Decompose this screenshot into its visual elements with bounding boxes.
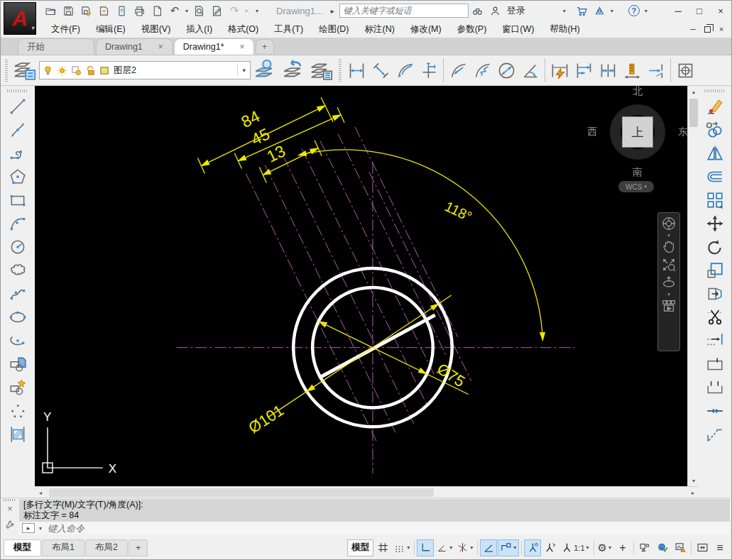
app-logo-button[interactable]: A▾ [4,2,36,35]
menu-dimension[interactable]: 标注(N) [357,21,403,38]
chevron-down-icon[interactable]: ▾ [513,544,517,551]
grid-toggle[interactable] [374,539,391,556]
horizontal-scrollbar[interactable]: ◂ ▸ [35,486,699,498]
command-history[interactable]: [多行文字(M)/文字(T)/角度(A)]:标注文字 = 84 [19,499,730,522]
new-layout-button[interactable]: + [129,539,148,556]
dim-aligned-button[interactable] [368,57,393,83]
command-close-button[interactable]: × [7,503,13,514]
graphics-performance-button[interactable] [654,539,671,556]
dim-diameter-button[interactable] [494,57,518,83]
redo-button[interactable]: ↷ [226,3,243,18]
annotation-visibility-toggle[interactable] [524,539,541,556]
command-input[interactable] [46,522,730,534]
dim-center-mark-button[interactable] [673,57,697,83]
undo-dropdown[interactable]: ▾ [184,8,190,14]
doc-restore-button[interactable] [700,23,714,35]
annotation-scale-value[interactable]: 1:1 [574,544,584,552]
offset-tool[interactable] [703,165,727,188]
dim-space-button[interactable] [620,57,644,83]
chevron-down-icon[interactable]: ▾ [406,544,410,551]
annotation-autoscale-toggle[interactable] [542,539,559,556]
search-button[interactable] [469,3,486,18]
tab-start[interactable]: 开始 [18,38,94,55]
viewcube-east[interactable]: 东 [678,126,687,138]
scroll-right-arrow[interactable]: ▸ [687,487,699,498]
viewcube-south[interactable]: 南 [633,166,643,179]
command-customize-button[interactable] [5,520,15,532]
toolbar-grip[interactable] [4,58,9,82]
print-button[interactable] [131,3,148,18]
navigation-wheel-icon[interactable] [661,216,677,231]
dim-angular-button[interactable] [518,57,542,83]
layer-previous-button[interactable] [279,56,307,84]
chevron-down-icon[interactable]: ▾ [469,544,474,551]
qat-overflow-button[interactable]: ▾ [254,8,260,14]
trim-tool[interactable] [703,305,727,329]
menu-view[interactable]: 视图(V) [133,21,179,38]
export-button[interactable] [95,3,112,18]
scale-tool[interactable] [703,258,727,282]
dim-ordinate-button[interactable] [417,57,441,83]
annotation-monitor-button[interactable]: + [614,539,631,556]
search-input[interactable] [339,4,469,18]
dim-baseline-button[interactable] [572,57,596,83]
tab-drawing1-modified[interactable]: Drawing1*× [174,38,254,55]
help-button[interactable]: ? [626,3,643,18]
doc-close-button[interactable]: × [714,23,728,35]
make-layer-current-button[interactable] [251,56,279,84]
drawing-canvas[interactable]: 84 45 13 118° Ø101 Ø75 Y X [35,86,687,486]
tab-close-icon[interactable]: × [240,42,245,52]
rotate-tool[interactable] [703,235,727,258]
copy-tool[interactable] [703,118,727,141]
a360-button[interactable] [591,3,608,18]
layer-dropdown[interactable]: 图层2 ▾ [39,61,251,79]
ortho-toggle[interactable] [417,539,434,556]
menu-format[interactable]: 格式(O) [220,21,266,38]
scroll-up-arrow[interactable]: ▴ [688,86,699,97]
ellipse-tool[interactable] [6,305,30,329]
viewcube[interactable]: 上 北 南 西 东 [603,97,672,167]
polygon-tool[interactable] [6,165,30,188]
menu-edit[interactable]: 编辑(E) [88,21,133,38]
model-paper-toggle[interactable]: 模型 [347,539,373,556]
viewcube-north[interactable]: 北 [633,86,643,98]
hscroll-thumb[interactable] [49,488,434,497]
open-button[interactable] [42,3,59,18]
break-tool[interactable] [703,375,727,399]
revision-cloud-tool[interactable] [6,258,30,282]
quick-properties-toggle[interactable] [636,539,653,556]
markup-button[interactable] [208,3,225,18]
line-tool[interactable] [6,94,30,118]
menu-parametric[interactable]: 参数(P) [449,21,495,38]
erase-tool[interactable] [703,94,727,118]
signin-dropdown[interactable]: ▾ [562,8,567,14]
snap-toggle[interactable]: ▾ [392,539,412,556]
layout2-tab[interactable]: 布局2 [85,539,128,556]
close-button[interactable]: × [710,2,731,19]
polyline-tool[interactable] [6,141,30,165]
chamfer-tool[interactable] [703,422,727,446]
chevron-down-icon[interactable]: ▾ [586,544,590,551]
construction-line-tool[interactable] [6,118,30,141]
chevron-down-icon[interactable]: ▾ [237,64,247,77]
break-at-point-tool[interactable] [703,352,727,375]
dim-continue-button[interactable] [596,57,620,83]
menu-file[interactable]: 文件(F) [43,21,88,38]
store-button[interactable] [574,3,591,18]
dim-quick-button[interactable] [547,57,572,83]
save-button[interactable] [60,3,77,18]
menu-tools[interactable]: 工具(T) [266,21,311,38]
toolbar-grip[interactable] [338,58,342,82]
new-tab-button[interactable]: + [256,39,274,53]
move-tool[interactable] [703,212,727,235]
preview-button[interactable] [190,3,207,18]
scroll-left-arrow[interactable]: ◂ [35,487,46,498]
join-tool[interactable] [703,399,727,422]
arc-tool[interactable] [6,212,30,235]
recent-commands-dropdown[interactable]: ▾ [38,525,43,532]
redo-dropdown[interactable]: ▾ [244,8,249,14]
account-button[interactable] [487,3,504,18]
vscroll-thumb[interactable] [689,99,698,127]
dim-arc-length-button[interactable] [393,57,417,83]
isodraft-toggle[interactable]: ▾ [455,539,475,556]
